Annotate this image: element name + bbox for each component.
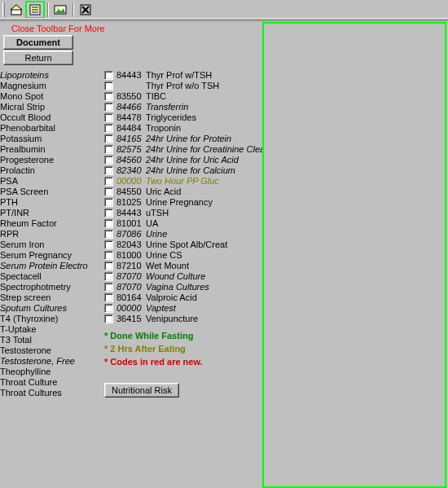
test-row: 87086Urine xyxy=(104,229,262,240)
test-row: 8257524hr Urine for Creatinine Clear xyxy=(104,144,262,155)
lab-text: Mono Spot xyxy=(0,91,43,102)
test-checkbox[interactable] xyxy=(104,240,113,249)
test-checkbox[interactable] xyxy=(104,166,113,175)
lab-label: Strep screen xyxy=(0,292,98,303)
lab-text: Prolactin xyxy=(0,165,35,176)
home-icon xyxy=(10,3,23,16)
test-row: Thyr Prof w/o TSH xyxy=(104,81,262,91)
lab-text: Serum Protein Electro xyxy=(0,261,88,271)
test-row: 84466Transferrin xyxy=(104,102,262,112)
test-checkbox[interactable] xyxy=(104,283,113,292)
lab-label: PTH xyxy=(0,197,98,208)
test-checkbox[interactable] xyxy=(104,219,113,228)
test-name: 24hr Urine for Protein xyxy=(146,134,262,144)
lab-text: Potassium xyxy=(0,134,42,144)
picture-icon xyxy=(54,3,67,16)
toolbar-btn-1[interactable] xyxy=(7,2,25,18)
test-name: Wet Mount xyxy=(146,261,262,271)
right-pane xyxy=(262,22,446,488)
lab-label: T4 (Thyroxine) xyxy=(0,314,98,324)
test-checkbox[interactable] xyxy=(104,124,113,133)
test-code: 84443 xyxy=(116,70,146,81)
lab-text: PTH xyxy=(0,197,18,208)
test-checkbox[interactable] xyxy=(104,304,113,313)
test-name: 24hr Urine for Calcium xyxy=(146,165,262,176)
lab-label: Mono Spot xyxy=(0,91,98,102)
return-button[interactable]: Return xyxy=(3,51,73,65)
lab-text: Testosterone, Free xyxy=(0,356,75,367)
test-checkbox[interactable] xyxy=(104,81,113,90)
test-checkbox[interactable] xyxy=(104,145,113,154)
test-code: 00000 xyxy=(116,303,146,314)
toolbar-btn-close[interactable] xyxy=(77,2,94,18)
test-checkbox[interactable] xyxy=(104,113,113,122)
notes: * Done While Fasting* 2 Hrs After Eating… xyxy=(104,329,262,368)
test-code: 84478 xyxy=(116,112,146,123)
lab-label: Spectrophotmetry xyxy=(0,282,98,292)
lab-text: Magnesium xyxy=(0,81,46,91)
test-checkbox[interactable] xyxy=(104,198,113,207)
test-name: Two Hour PP Gluc xyxy=(146,176,262,187)
nutritional-risk-button[interactable]: Nutritional Risk xyxy=(104,383,179,398)
lab-label: Lipoproteins xyxy=(0,70,98,81)
test-checkbox[interactable] xyxy=(104,103,113,112)
toolbar-grip xyxy=(2,2,5,17)
lab-label: Magnesium xyxy=(0,81,98,91)
test-row: 81025Urine Pregnancy xyxy=(104,197,262,208)
test-code: 83550 xyxy=(116,91,146,102)
test-row: 84443uTSH xyxy=(104,208,262,218)
test-checkbox[interactable] xyxy=(104,209,113,218)
test-checkbox[interactable] xyxy=(104,251,113,260)
test-checkbox[interactable] xyxy=(104,92,113,101)
test-name: Troponin xyxy=(146,123,262,134)
test-row: 84484Troponin xyxy=(104,123,262,134)
test-checkbox[interactable] xyxy=(104,187,113,196)
close-icon xyxy=(79,3,92,16)
test-row: 87070Wound Culture xyxy=(104,271,262,282)
test-code: 84550 xyxy=(116,187,146,197)
test-row: 84443Thyr Prof w/TSH xyxy=(104,70,262,81)
test-name: Vagina Cultures xyxy=(146,282,262,292)
lab-label: Throat Culture xyxy=(0,377,98,388)
lab-text: PT/INR xyxy=(0,208,29,218)
toolbar-btn-2[interactable] xyxy=(26,2,44,18)
document-button[interactable]: Document xyxy=(3,35,73,50)
test-checkbox[interactable] xyxy=(104,177,113,186)
lab-label: Testosterone xyxy=(0,345,98,356)
test-name: 24hr Urine for Uric Acid xyxy=(146,155,262,165)
test-row: 36415Venipuncture xyxy=(104,314,262,324)
lab-label: PSA Screen xyxy=(0,187,98,197)
lab-text: Testosterone xyxy=(0,345,51,356)
lab-text: Throat Cultures xyxy=(0,388,62,398)
test-code: 84484 xyxy=(116,123,146,134)
lab-text: PSA xyxy=(0,176,18,187)
toolbar-separator-2 xyxy=(72,2,74,17)
lab-text: Lipoproteins xyxy=(0,70,49,81)
test-checkbox[interactable] xyxy=(104,262,113,270)
test-checkbox[interactable] xyxy=(104,230,113,239)
toolbar-btn-3[interactable] xyxy=(51,2,69,18)
test-checkbox[interactable] xyxy=(104,293,113,302)
test-row: 00000Two Hour PP Gluc xyxy=(104,176,262,187)
note-red_new: * Codes in red are new. xyxy=(104,355,262,368)
test-code: 87086 xyxy=(116,229,146,240)
test-code: 00000 xyxy=(116,176,146,187)
test-row: 81000Urine CS xyxy=(104,250,262,261)
test-name: TIBC xyxy=(146,91,262,102)
lab-text: T4 (Thyroxine) xyxy=(0,314,59,324)
test-row: 82043Urine Spot Alb/Creat xyxy=(104,240,262,250)
test-code: 87210 xyxy=(116,261,146,271)
test-checkbox[interactable] xyxy=(104,134,113,143)
test-checkbox[interactable] xyxy=(104,314,113,323)
test-name: 24hr Urine for Creatinine Clear xyxy=(146,144,262,155)
test-checkbox[interactable] xyxy=(104,71,113,80)
test-row: 84478Triglycerides xyxy=(104,112,262,123)
test-name: Vaptest xyxy=(146,303,262,314)
test-checkbox[interactable] xyxy=(104,156,113,165)
lab-label: Phenobarbital xyxy=(0,123,98,134)
lab-text: Spectrophotmetry xyxy=(0,282,71,292)
svg-marker-1 xyxy=(11,5,22,10)
test-checkbox[interactable] xyxy=(104,272,113,281)
test-row: 8416524hr Urine for Protein xyxy=(104,134,262,144)
lab-text: Serum Iron xyxy=(0,240,44,250)
